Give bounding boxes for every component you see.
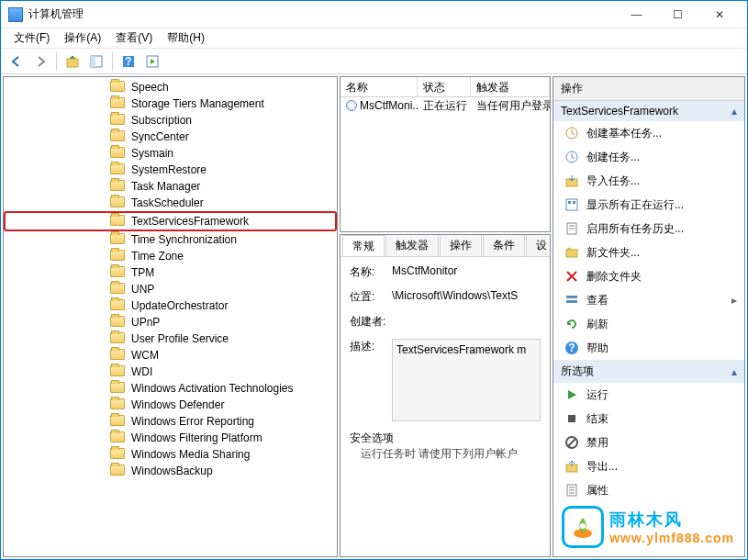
svg-rect-11 <box>573 201 575 204</box>
action-item[interactable]: ?帮助 <box>553 336 744 360</box>
back-button[interactable] <box>6 51 27 72</box>
svg-text:?: ? <box>125 55 131 68</box>
close-button[interactable]: ✕ <box>698 2 740 28</box>
tree-item-label: Windows Media Sharing <box>128 447 252 462</box>
tree-item[interactable]: Windows Activation Technologies <box>4 380 337 397</box>
action-item[interactable]: 运行 <box>553 383 744 407</box>
task-create-icon <box>564 150 579 164</box>
tree-item[interactable]: Task Manager <box>4 178 337 195</box>
view-icon <box>564 293 579 308</box>
tree-item[interactable]: TextServicesFramework <box>4 211 337 231</box>
action-item[interactable]: 显示所有正在运行... <box>553 193 744 217</box>
tree-item[interactable]: Speech <box>4 79 337 95</box>
new-folder-icon <box>564 245 579 260</box>
cell-trigger: 当任何用户登录 <box>471 97 550 115</box>
action-item[interactable]: 新文件夹... <box>553 241 744 264</box>
value-location: \Microsoft\Windows\TextS <box>392 289 541 305</box>
action-item[interactable]: 创建基本任务... <box>553 121 744 145</box>
menu-action[interactable]: 操作(A) <box>57 28 108 48</box>
folder-icon <box>110 163 125 176</box>
col-name[interactable]: 名称 <box>341 77 418 96</box>
help-icon: ? <box>564 341 579 355</box>
tree-item-label: UpdateOrchestrator <box>128 298 230 313</box>
action-item[interactable]: 创建任务... <box>553 145 744 169</box>
tree-item[interactable]: Storage Tiers Management <box>4 95 337 112</box>
action-item[interactable]: 启用所有任务历史... <box>553 217 744 241</box>
action-label: 刷新 <box>586 317 608 332</box>
tree-item[interactable]: UpdateOrchestrator <box>4 297 337 314</box>
tree-item[interactable]: Windows Media Sharing <box>4 446 337 463</box>
tree-item[interactable]: Time Zone <box>4 248 337 264</box>
tree-item[interactable]: SystemRestore <box>4 162 337 178</box>
action-item[interactable]: 查看▸ <box>553 288 744 312</box>
tree-panel[interactable]: SpeechStorage Tiers ManagementSubscripti… <box>3 76 338 557</box>
folder-icon <box>110 382 125 395</box>
forward-button[interactable] <box>30 51 50 72</box>
tab-general[interactable]: 常规 <box>342 235 385 257</box>
folder-icon <box>110 332 125 345</box>
action-item[interactable]: 导出... <box>553 454 744 478</box>
maximize-button[interactable]: ☐ <box>657 2 698 28</box>
list-row[interactable]: MsCtfMoni... 正在运行 当任何用户登录 <box>341 97 550 114</box>
up-button[interactable] <box>62 51 83 72</box>
folder-icon <box>110 299 125 312</box>
tree-item[interactable]: Windows Defender <box>4 397 337 413</box>
tree-item[interactable]: TPM <box>4 264 337 281</box>
tree-item[interactable]: SyncCenter <box>4 129 337 145</box>
tree-item[interactable]: Windows Filtering Platform <box>4 430 337 446</box>
tree-item[interactable]: WCM <box>4 347 337 364</box>
minimize-button[interactable]: — <box>616 2 657 28</box>
menu-file[interactable]: 文件(F) <box>6 28 57 48</box>
section-header-2[interactable]: 所选项 ▴ <box>553 360 744 383</box>
tab-triggers[interactable]: 触发器 <box>385 235 439 256</box>
svg-point-29 <box>580 523 586 529</box>
tree-item[interactable]: Time Synchronization <box>4 231 337 248</box>
tree-item-label: Windows Defender <box>128 398 227 412</box>
action-item[interactable]: 属性 <box>553 478 744 502</box>
tree-item[interactable]: Windows Error Reporting <box>4 413 337 430</box>
col-trigger[interactable]: 触发器 <box>471 77 550 96</box>
svg-rect-20 <box>568 415 575 422</box>
svg-rect-16 <box>566 296 577 298</box>
action-item[interactable]: 删除文件夹 <box>553 264 744 288</box>
value-desc[interactable] <box>392 339 541 421</box>
tab-more[interactable]: 设 <box>526 235 550 256</box>
tree-item[interactable]: TaskScheduler <box>4 195 337 211</box>
disable-icon <box>564 435 579 450</box>
menu-bar: 文件(F) 操作(A) 查看(V) 帮助(H) <box>1 28 747 49</box>
svg-line-22 <box>568 439 575 446</box>
value-name: MsCtfMonitor <box>392 264 541 280</box>
action-item[interactable]: 刷新 <box>553 312 744 336</box>
tree-item[interactable]: UNP <box>4 281 337 297</box>
tree-item[interactable]: UPnP <box>4 314 337 330</box>
action-label: 启用所有任务历史... <box>586 221 684 237</box>
menu-help[interactable]: 帮助(H) <box>160 28 212 48</box>
action-label: 导入任务... <box>586 174 640 189</box>
watermark-logo <box>562 506 604 548</box>
tree-item-label: WindowsBackup <box>128 464 216 478</box>
panel-button[interactable] <box>86 51 106 72</box>
help-button[interactable]: ? <box>118 51 139 72</box>
tree-item[interactable]: Sysmain <box>4 145 337 162</box>
action-label: 查看 <box>586 293 608 308</box>
tab-actions[interactable]: 操作 <box>440 235 482 256</box>
cell-status: 正在运行 <box>418 97 471 115</box>
tree-item[interactable]: User Profile Service <box>4 330 337 347</box>
action-item[interactable]: 导入任务... <box>553 169 744 193</box>
section-header-1[interactable]: TextServicesFramework ▴ <box>553 101 744 121</box>
tab-conditions[interactable]: 条件 <box>483 235 525 256</box>
action-label: 禁用 <box>586 435 608 451</box>
folder-icon <box>110 215 125 228</box>
col-status[interactable]: 状态 <box>418 77 471 96</box>
list-body[interactable]: MsCtfMoni... 正在运行 当任何用户登录 <box>341 97 550 231</box>
tree-item-label: User Profile Service <box>128 331 231 346</box>
tree-item[interactable]: Subscription <box>4 112 337 129</box>
play-button[interactable] <box>142 51 162 72</box>
folder-icon <box>110 97 125 110</box>
tree-item[interactable]: WDI <box>4 364 337 380</box>
action-item[interactable]: 结束 <box>553 407 744 431</box>
menu-view[interactable]: 查看(V) <box>108 28 160 48</box>
action-item[interactable]: 禁用 <box>553 431 744 454</box>
cell-name: MsCtfMoni... <box>360 99 418 112</box>
tree-item[interactable]: WindowsBackup <box>4 463 337 479</box>
